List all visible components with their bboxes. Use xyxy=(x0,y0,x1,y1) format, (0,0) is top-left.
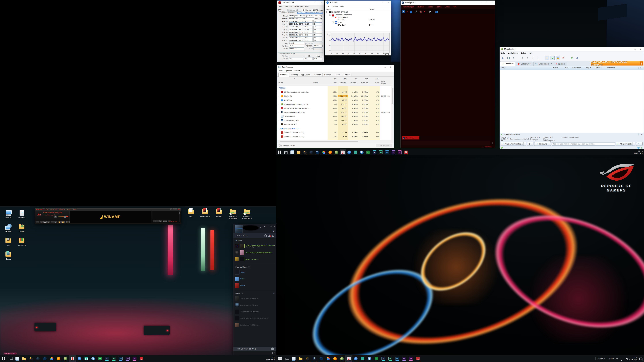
settings-gear-icon[interactable]: ⚙ xyxy=(272,230,274,232)
taskbar-steam[interactable] xyxy=(34,356,42,362)
clock[interactable]: 22:1611.05.2019 xyxy=(629,357,638,361)
minimize-button[interactable]: – xyxy=(374,0,380,4)
premium-status-icon[interactable]: ▦ xyxy=(641,147,642,149)
menu-hilfe[interactable]: Hilfe xyxy=(305,5,309,7)
close-button[interactable]: ✕ xyxy=(274,225,275,227)
tab-einstellungen[interactable]: 🔧Einstellungen✕ xyxy=(534,62,554,66)
taskbar-explorer[interactable] xyxy=(296,149,302,155)
user-name-redacted[interactable] xyxy=(243,226,258,230)
taskbar-taskmanager[interactable] xyxy=(14,356,21,362)
expand-chevron-icon[interactable]: › xyxy=(279,123,280,125)
playlist-add-button[interactable]: + xyxy=(153,220,156,222)
taskbar-photoshop[interactable]: Ps xyxy=(394,356,401,362)
overview-close-icon[interactable]: ✕ xyxy=(641,133,642,135)
taskbar-vegas[interactable]: V xyxy=(371,149,378,155)
download-list-empty[interactable] xyxy=(500,70,644,133)
process-row[interactable]: ›Steam Client WebHelper (5) 0% 61,9 MB 0… xyxy=(277,110,392,114)
taskbar-gputemp[interactable] xyxy=(76,356,83,362)
chat-icon[interactable] xyxy=(272,352,275,354)
sensor-row-gpu-core-load[interactable]: GPU Core0,0 % xyxy=(325,24,391,26)
move-up-icon[interactable]: ↑ xyxy=(526,56,530,60)
taskbar-explorer[interactable] xyxy=(297,356,304,362)
expand-chevron-icon[interactable]: › xyxy=(279,119,280,121)
close-button[interactable]: ✕ xyxy=(638,47,644,51)
hidden-icons-chevron-icon[interactable] xyxy=(616,358,618,360)
taskbar-taskmanager[interactable] xyxy=(290,356,297,362)
trash-button[interactable]: 🗑▴ xyxy=(527,142,534,146)
chat-icon[interactable]: 💬 xyxy=(428,10,432,13)
process-row[interactable]: ›Firefox (7) 2,0% 1.446,4 MB 0,1 MB/s 0,… xyxy=(277,94,392,98)
volume-icon[interactable]: ◄) xyxy=(54,216,57,218)
filter-column-dropdown[interactable]: 📄Dateiname▴ xyxy=(534,142,551,146)
taskbar-jdownloader[interactable] xyxy=(338,356,346,362)
taskbar-firefox[interactable] xyxy=(55,356,62,362)
sensor-row-load[interactable]: −Load xyxy=(325,21,391,24)
track-title[interactable]: - Llama Whippin' Intro (0:05) xyxy=(42,212,68,213)
tab-spenden[interactable]: ♥Spenden xyxy=(554,62,567,66)
menu-hilfe[interactable]: Hilfe xyxy=(453,6,456,8)
close-button[interactable]: ✕ xyxy=(489,0,495,4)
taskbar-onair[interactable]: ONAIR xyxy=(414,356,421,362)
maximize-button[interactable]: □ xyxy=(380,0,386,4)
sensor-row-host[interactable]: −DESKTOP-CIVE3RE xyxy=(325,11,391,13)
collapse-icon[interactable]: − xyxy=(332,16,334,18)
taskbar-jdownloader[interactable] xyxy=(62,356,69,362)
taskbar-vegas[interactable]: V xyxy=(380,356,387,362)
desktop-icon-papierkorb[interactable]: ♻ Papierkorb xyxy=(15,210,28,219)
desktop-icon-apps[interactable]: Apps xyxy=(2,237,15,246)
friend-row-ingame[interactable]: Tom Clancy's Ghost Recon® Wildlands xyxy=(234,249,276,256)
expand-chevron-icon[interactable]: › xyxy=(279,111,280,113)
expand-icon[interactable]: » xyxy=(614,357,614,359)
menu-selbst[interactable]: Selbst xyxy=(428,6,432,8)
menu-optionen[interactable]: Optionen xyxy=(285,5,292,7)
download-table-header[interactable]: Name Größe Hos... Geschwind... Fertig in… xyxy=(500,66,644,70)
title-bar[interactable]: JDownloader 2 –□✕ xyxy=(500,47,644,51)
previous-button[interactable]: ⏮ xyxy=(36,221,40,223)
chevron-down-icon[interactable]: ▼ xyxy=(406,11,408,12)
taskbar-premiere[interactable]: Pr xyxy=(131,356,138,362)
minimize-button[interactable]: – xyxy=(626,47,632,51)
action-center-icon[interactable]: 2 xyxy=(640,358,642,360)
process-row[interactable]: ›MiNiSTUDIO_SettingsPanel (32 ... 0,1% 4… xyxy=(277,106,392,110)
taskbar-taskview-button[interactable] xyxy=(283,356,290,362)
taskbar-chrome[interactable] xyxy=(48,356,55,362)
menu-favoriten[interactable]: Favoriten xyxy=(417,6,424,8)
server-tab[interactable]: Kein Server xyxy=(402,136,419,139)
add-links-button[interactable]: ＋Neue Links hinzufügen▴ xyxy=(501,142,526,146)
collapse-icon[interactable]: − xyxy=(329,14,331,16)
chat-input[interactable] xyxy=(402,141,490,145)
next-button[interactable]: ⏭ xyxy=(50,221,54,223)
pause-button[interactable]: ❚❚ xyxy=(44,221,46,223)
friend-row-online[interactable]: Online xyxy=(234,276,276,282)
taskbar-gputemp[interactable] xyxy=(352,356,359,362)
taskbar-ministudio-panel[interactable] xyxy=(352,149,359,155)
network-tray-icon[interactable] xyxy=(620,358,623,360)
emoticon-icon[interactable]: ☺ xyxy=(491,142,494,144)
menu-ansicht[interactable]: Ansicht xyxy=(294,70,300,71)
taskbar-winamp[interactable] xyxy=(302,149,308,155)
taskbar-chrome[interactable] xyxy=(321,149,327,155)
collapse-icon[interactable]: − xyxy=(332,21,334,23)
stop-button[interactable]: ■ xyxy=(47,221,50,223)
tab-leistung[interactable]: Leistung xyxy=(289,73,300,76)
close-button[interactable] xyxy=(178,208,180,210)
tab-app-verlauf[interactable]: App-Verlauf xyxy=(299,73,312,76)
desktop-icon-wdmycloud2[interactable]: Thomas on WDMyCloud2 xyxy=(240,209,254,219)
start-downloads-icon[interactable]: ▶ xyxy=(501,56,505,60)
taskbar-taskview-button[interactable] xyxy=(7,356,14,362)
taskbar-teamspeak[interactable] xyxy=(42,356,48,362)
taskbar-winamp[interactable] xyxy=(28,356,34,362)
friend-row-offline[interactable]: Zuletzt online: vor 1 Woche xyxy=(234,295,276,302)
desktop-icon-thomas[interactable]: Thomas xyxy=(15,224,28,232)
taskbar-coretemp-active[interactable] xyxy=(340,149,346,155)
away-icon[interactable]: 👤 xyxy=(409,10,413,13)
tab-download[interactable]: ⭳Download xyxy=(500,61,515,66)
maximize-button[interactable]: □ xyxy=(382,65,388,69)
menu-datei[interactable]: Datei xyxy=(45,208,48,210)
sensor-row-temperatures[interactable]: −Temperatures xyxy=(325,16,391,18)
expand-chevron-icon[interactable]: › xyxy=(279,91,280,93)
process-row[interactable]: ›CPU temperature and system in... 0,2% 1… xyxy=(277,90,392,94)
taskbar-audition[interactable]: Au xyxy=(387,356,394,362)
maximize-button[interactable]: □ xyxy=(312,0,318,4)
expand-chevron-icon[interactable]: › xyxy=(279,99,280,101)
